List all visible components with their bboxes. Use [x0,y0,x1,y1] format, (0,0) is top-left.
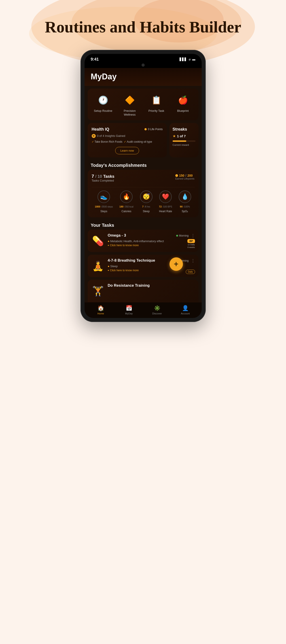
omega3-meta: ● Metabolic Health, Anti-inflammatory ef… [108,240,195,243]
page-title: Routines and Habits Builder [45,18,241,36]
task-omega3[interactable]: 💊 Omega - 3 Morning ⋮ ● Metabolic Health… [88,230,198,252]
signal-icon: ▋▋▋ [180,58,187,61]
precision-wellness-label: Precision Wellness [120,109,140,117]
omega3-icon: 💊 [91,233,105,249]
wifi-icon: ⌀ [189,58,190,61]
lifepoints-dot [175,174,178,177]
omega3-more-icon[interactable]: ⋮ [191,233,195,238]
metric-steps[interactable]: 👟 1800 /3500 steps Steps [95,190,113,213]
metric-heartrate[interactable]: ❤️ 72 /100 BPS Heart Rate [159,190,172,213]
streak-star-icon: ★ [173,134,176,138]
nav-myday[interactable]: 📅 MyDay [121,305,137,315]
insights-icon: ⊛ [92,134,96,138]
calories-value-row: 180 /350 kcal [120,204,134,208]
blueprint-label: Blueprint [177,109,188,113]
quick-action-priority-task[interactable]: 📋 Priority Task [146,94,166,113]
streaks-bar [173,140,196,142]
calories-value: 180 [120,205,124,208]
health-streaks-row: Health IQ 0 Life Points ⊛ 0 of 4 Insight… [88,123,198,158]
learn-now-button[interactable]: Learn now [115,147,139,154]
steps-icon: 👟 [98,190,110,203]
tip-2: Audit cooking oil type [127,140,152,143]
omega3-top-row: Omega - 3 Morning ⋮ [108,233,195,238]
priority-task-icon: 📋 [150,94,163,107]
account-label: Account [181,312,190,315]
sleep-icon: 😴 [140,190,152,203]
heartrate-value-row: 72 /100 BPS [159,204,172,208]
omega3-badge-sub: 1x Daily8 weeks [188,244,195,249]
health-iq-title: Health IQ [92,127,109,132]
streaks-bar-fill [173,140,186,142]
status-icons: ▋▋▋ ⌀ ▬ [180,58,196,61]
status-time: 9:41 [91,57,99,62]
streaks-num: 1 of 7 [177,134,186,138]
steps-value: 1800 [95,205,100,208]
health-iq-insights: ⊛ 0 of 4 Insights Gained [92,134,163,138]
divider [92,187,194,188]
myday-icon: 📅 [126,305,132,311]
phone-screen: 9:41 ▋▋▋ ⌀ ▬ MyDay 🕐 Setup Routine 🔶 Pre… [84,54,202,318]
breathing-more-icon[interactable]: ⋮ [191,258,195,263]
nav-discover[interactable]: ✳️ Discover [149,305,165,315]
home-label: Home [98,312,104,315]
streaks-title: Streaks [173,127,196,132]
metric-sleep[interactable]: 😴 7 /8 hrs Sleep [140,190,152,213]
precision-wellness-icon: 🔶 [123,94,136,107]
metric-calories[interactable]: 🔥 180 /350 kcal Calories [120,190,134,213]
quick-action-precision-wellness[interactable]: 🔶 Precision Wellness [120,94,140,117]
omega3-link[interactable]: ● Click here to know more [108,244,195,247]
sleep-value-row: 7 /8 hrs [142,204,150,208]
tasks-count-area: 7 / 10 Tasks Tasks Completed [92,174,114,185]
battery-icon: ▬ [192,58,196,61]
page-header: Routines and Habits Builder [45,18,241,36]
setup-routine-label: Setup Routine [94,109,112,113]
nav-account[interactable]: 👤 Account [178,305,193,315]
omega3-content: Omega - 3 Morning ⋮ ● Metabolic Health, … [108,233,195,247]
app-header: MyDay [84,68,202,86]
lifepoints-total: 200 [188,174,192,177]
spo2-total: /100% [184,206,190,208]
account-icon: 👤 [182,305,189,311]
omega3-timing-dot [176,235,178,236]
calories-total: /350 kcal [124,206,134,208]
your-tasks-section-title: Your Tasks [84,220,202,230]
quick-action-setup-routine[interactable]: 🕐 Setup Routine [93,94,113,113]
spo2-value: 90 [180,205,182,208]
nav-home[interactable]: 🏠 Home [93,305,109,315]
quick-action-blueprint[interactable]: 🍎 Blueprint [173,94,193,113]
priority-task-label: Priority Task [148,109,164,113]
add-task-fab[interactable]: + [170,258,183,271]
omega3-name: Omega - 3 [108,233,126,238]
spo2-icon: 💧 [179,190,191,203]
breathing-link[interactable]: ● Click here to know more [108,269,195,272]
metrics-row: 👟 1800 /3500 steps Steps 🔥 180 /350 kcal… [92,190,194,213]
spo2-label: SpO₂ [182,210,188,213]
sleep-total: /8 hrs [145,206,150,208]
streaks-card: Streaks ★ 1 of 7 Current reward [170,123,198,158]
status-bar: 9:41 ▋▋▋ ⌀ ▬ [84,54,202,64]
task-resistance[interactable]: 🏋️ Do Resistance Training [88,280,198,302]
life-points-dot [144,128,147,130]
calories-icon: 🔥 [120,190,132,203]
discover-label: Discover [152,312,162,315]
calories-label: Calories [122,210,131,213]
lifepoints-area: 150 / 200 Earned Lifepoints [175,174,194,180]
tasks-header: 7 / 10 Tasks Tasks Completed 150 / 200 E… [92,174,194,185]
setup-routine-icon: 🕐 [96,94,110,107]
health-iq-header: Health IQ 0 Life Points [92,127,163,132]
steps-label: Steps [100,210,107,213]
spo2-value-row: 90 /100% [180,204,190,208]
sleep-label: Sleep [143,210,150,213]
life-points-value: 0 Life Points [148,128,162,131]
heartrate-icon: ❤️ [159,190,172,203]
heartrate-total: /100 BPS [163,206,172,208]
home-icon: 🏠 [98,305,104,311]
health-iq-tips: ✓ Take Boron Rich Foods ✓ Audit cooking … [92,140,163,144]
breathing-icon: 🧘 [91,258,105,274]
omega3-timing: Morning [179,234,188,237]
tasks-count: 7 / 10 Tasks [92,174,114,179]
discover-icon: ✳️ [154,305,160,311]
metric-spo2[interactable]: 💧 90 /100% SpO₂ [179,190,191,213]
resistance-name: Do Resistance Training [108,283,150,288]
heartrate-value: 72 [159,205,162,208]
